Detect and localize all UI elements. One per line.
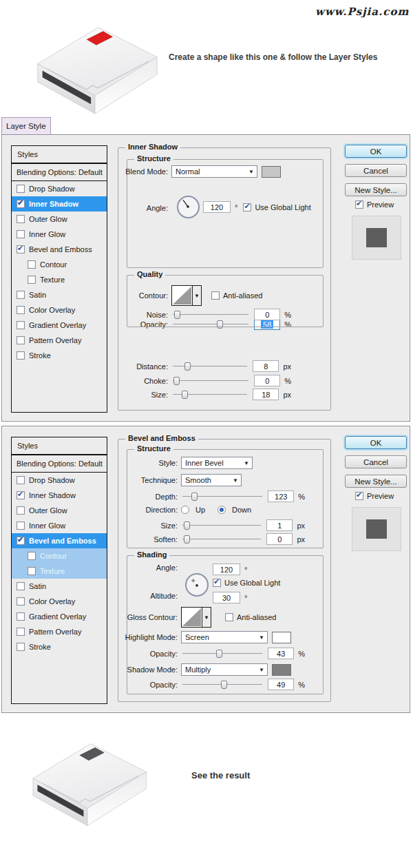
- layer-style-item-texture[interactable]: Texture: [12, 272, 107, 287]
- style-dropdown[interactable]: Inner Bevel ▼: [181, 457, 253, 469]
- shadow-color-swatch[interactable]: [272, 664, 291, 676]
- layer-style-item-blending-options-default[interactable]: Blending Options: Default: [12, 164, 107, 181]
- direction-down-radio[interactable]: [218, 506, 226, 514]
- checkbox[interactable]: [17, 491, 25, 499]
- checkbox[interactable]: [17, 521, 25, 530]
- checkbox[interactable]: [17, 200, 25, 208]
- layer-style-item-bevel-and-emboss[interactable]: Bevel and Emboss: [12, 533, 107, 548]
- shadow-mode-dropdown[interactable]: Multiply ▼: [181, 663, 268, 676]
- gloss-contour-thumbnail[interactable]: [181, 607, 202, 628]
- highlight-opacity-input[interactable]: 43: [268, 648, 294, 659]
- angle-dial[interactable]: [177, 196, 200, 218]
- checkbox[interactable]: [17, 537, 25, 545]
- gloss-contour-dropdown-arrow[interactable]: ▼: [202, 607, 211, 628]
- checkbox[interactable]: [17, 582, 25, 590]
- contour-dropdown-arrow[interactable]: ▼: [193, 285, 202, 306]
- checkbox[interactable]: [28, 276, 36, 284]
- layer-style-item-gradient-overlay[interactable]: Gradient Overlay: [12, 318, 107, 333]
- choke-input[interactable]: 0: [254, 375, 280, 386]
- layer-style-item-pattern-overlay[interactable]: Pattern Overlay: [12, 333, 107, 348]
- shadow-opacity-slider[interactable]: [182, 684, 262, 685]
- layer-style-item-inner-glow[interactable]: Inner Glow: [12, 227, 107, 242]
- checkbox[interactable]: [17, 612, 25, 621]
- direction-up-radio[interactable]: [181, 506, 189, 514]
- angle-altitude-dial[interactable]: [185, 573, 209, 597]
- checkbox[interactable]: [17, 597, 25, 606]
- anti-aliased-checkbox[interactable]: [225, 613, 233, 621]
- layer-style-tab[interactable]: Layer Style: [1, 117, 51, 134]
- altitude-input[interactable]: 30: [213, 592, 240, 603]
- checkbox[interactable]: [17, 476, 25, 484]
- layer-style-item-drop-shadow[interactable]: Drop Shadow: [12, 181, 107, 196]
- layer-style-item-blending-options-default[interactable]: Blending Options: Default: [12, 455, 107, 473]
- checkbox[interactable]: [17, 245, 25, 254]
- layer-style-item-inner-glow[interactable]: Inner Glow: [12, 518, 107, 533]
- checkbox[interactable]: [17, 230, 25, 238]
- checkbox[interactable]: [28, 260, 36, 269]
- checkbox[interactable]: [28, 552, 36, 560]
- soften-slider[interactable]: [182, 539, 261, 539]
- size-input[interactable]: 1: [266, 519, 293, 531]
- contour-thumbnail[interactable]: [171, 285, 193, 306]
- checkbox[interactable]: [17, 628, 25, 636]
- checkbox[interactable]: [17, 506, 25, 515]
- use-global-light-checkbox[interactable]: [213, 579, 221, 587]
- checkbox[interactable]: [17, 643, 25, 651]
- layer-style-item-pattern-overlay[interactable]: Pattern Overlay: [12, 624, 107, 639]
- highlight-opacity-slider[interactable]: [182, 653, 262, 654]
- layer-style-item-bevel-and-emboss[interactable]: Bevel and Emboss: [12, 242, 107, 257]
- checkbox[interactable]: [17, 215, 25, 223]
- angle-input[interactable]: 120: [203, 201, 231, 213]
- choke-slider[interactable]: [173, 380, 248, 381]
- depth-slider[interactable]: [182, 496, 262, 497]
- layer-style-item-stroke[interactable]: Stroke: [12, 639, 107, 654]
- soften-input[interactable]: 0: [266, 533, 293, 545]
- layer-style-item-contour[interactable]: Contour: [12, 548, 107, 564]
- layer-style-item-outer-glow[interactable]: Outer Glow: [12, 211, 107, 227]
- angle-input[interactable]: 120: [213, 564, 240, 575]
- layer-style-item-inner-shadow[interactable]: Inner Shadow: [12, 488, 107, 503]
- anti-aliased-checkbox[interactable]: [211, 291, 220, 300]
- shadow-opacity-input[interactable]: 49: [268, 679, 294, 690]
- checkbox[interactable]: [17, 306, 25, 314]
- checkbox[interactable]: [28, 567, 36, 575]
- noise-input[interactable]: 0: [254, 309, 280, 320]
- preview-checkbox[interactable]: [355, 492, 363, 500]
- distance-input[interactable]: 8: [253, 360, 279, 372]
- size-input[interactable]: 18: [253, 389, 279, 400]
- cancel-button[interactable]: Cancel: [345, 455, 407, 468]
- layer-style-item-texture[interactable]: Texture: [12, 564, 107, 579]
- layer-style-item-contour[interactable]: Contour: [12, 257, 107, 272]
- layer-style-item-inner-shadow[interactable]: Inner Shadow: [12, 196, 107, 211]
- layer-style-item-drop-shadow[interactable]: Drop Shadow: [12, 473, 107, 488]
- checkbox[interactable]: [17, 321, 25, 329]
- layer-style-item-outer-glow[interactable]: Outer Glow: [12, 503, 107, 518]
- checkbox[interactable]: [17, 336, 25, 344]
- noise-slider[interactable]: [173, 314, 248, 315]
- layer-style-item-satin[interactable]: Satin: [12, 287, 107, 302]
- size-slider[interactable]: [182, 525, 261, 526]
- depth-input[interactable]: 123: [268, 490, 294, 502]
- distance-slider[interactable]: [173, 366, 247, 366]
- ok-button[interactable]: OK: [345, 436, 407, 449]
- blend-color-swatch[interactable]: [262, 166, 281, 178]
- ok-button[interactable]: OK: [345, 145, 407, 158]
- highlight-mode-dropdown[interactable]: Screen ▼: [181, 631, 268, 643]
- technique-dropdown[interactable]: Smooth ▼: [181, 474, 242, 486]
- new-style-button[interactable]: New Style...: [345, 475, 407, 488]
- new-style-button[interactable]: New Style...: [345, 183, 407, 196]
- preview-checkbox[interactable]: [355, 200, 363, 209]
- size-slider[interactable]: [173, 394, 247, 395]
- layer-style-item-satin[interactable]: Satin: [12, 579, 107, 594]
- highlight-color-swatch[interactable]: [272, 632, 291, 643]
- layer-style-item-color-overlay[interactable]: Color Overlay: [12, 302, 107, 318]
- layer-style-item-color-overlay[interactable]: Color Overlay: [12, 594, 107, 609]
- checkbox[interactable]: [17, 185, 25, 193]
- use-global-light-checkbox[interactable]: [243, 203, 251, 211]
- checkbox[interactable]: [17, 351, 25, 360]
- layer-style-item-stroke[interactable]: Stroke: [12, 348, 107, 363]
- checkbox[interactable]: [17, 291, 25, 299]
- cancel-button[interactable]: Cancel: [345, 164, 407, 177]
- layer-style-item-gradient-overlay[interactable]: Gradient Overlay: [12, 609, 107, 624]
- blend-mode-dropdown[interactable]: Normal ▼: [171, 165, 257, 178]
